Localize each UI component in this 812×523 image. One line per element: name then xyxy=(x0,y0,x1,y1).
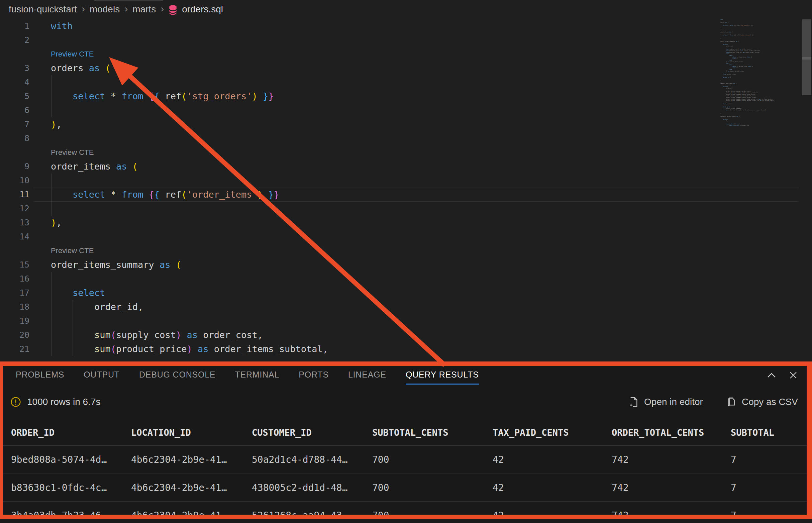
code-line-9[interactable]: 9order_items as ( xyxy=(0,160,812,174)
code-line-17[interactable]: 17 select xyxy=(0,286,812,300)
line-number: 4 xyxy=(0,75,30,89)
column-header-location_id[interactable]: LOCATION_ID xyxy=(131,427,252,438)
query-results-panel: PROBLEMSOUTPUTDEBUG CONSOLETERMINALPORTS… xyxy=(0,361,812,519)
code-line-20[interactable]: 20 sum(supply_cost) as order_cost, xyxy=(0,328,812,342)
code-line-15[interactable]: 15order_items_summary as ( xyxy=(0,258,812,272)
code-text: with xyxy=(51,19,73,33)
code-line-13[interactable]: 13), xyxy=(0,216,812,230)
code-text: sum(supply_cost) as order_cost, xyxy=(51,328,263,342)
close-icon[interactable] xyxy=(789,371,797,379)
table-cell: 7 xyxy=(731,454,807,465)
line-number: 13 xyxy=(0,216,30,230)
code-line-19[interactable]: 19 xyxy=(0,314,812,328)
code-line-6[interactable]: 6 xyxy=(0,103,812,118)
tab-debug-console[interactable]: DEBUG CONSOLE xyxy=(139,366,216,384)
column-header-order_id[interactable]: ORDER_ID xyxy=(11,427,131,438)
results-info-bar: 1000 rows in 6.7s Open in editor Copy as… xyxy=(3,384,807,419)
table-cell: 5261268c-aa94-43… xyxy=(252,510,372,519)
code-line-14[interactable]: 14 xyxy=(0,230,812,244)
column-header-subtotal[interactable]: SUBTOTAL xyxy=(731,427,807,438)
line-number: 11 xyxy=(0,187,30,202)
table-cell: 700 xyxy=(372,510,493,519)
minimap[interactable]: with orders as ( select * from {{ ref('s… xyxy=(720,19,792,126)
code-line-16[interactable]: 16 xyxy=(0,272,812,286)
code-text: ), xyxy=(51,216,62,230)
code-text: select xyxy=(51,286,105,300)
code-text: select * from {{ ref('stg_orders') }} xyxy=(51,89,274,103)
chevron-right-icon: › xyxy=(161,4,164,14)
table-cell: 700 xyxy=(372,482,493,493)
code-line-11[interactable]: 11 select * from {{ ref('order_items') }… xyxy=(0,187,812,202)
code-line-12[interactable]: 12 xyxy=(0,202,812,216)
copy-as-csv-button[interactable]: Copy as CSV xyxy=(726,397,798,407)
table-cell: 42 xyxy=(493,482,612,493)
code-text: ), xyxy=(51,118,62,131)
table-row[interactable]: 3b4a03db-7b23-46…4b6c2304-2b9e-41…526126… xyxy=(3,502,807,519)
breadcrumb-models[interactable]: models xyxy=(90,4,120,15)
line-number: 14 xyxy=(0,230,30,244)
column-header-customer_id[interactable]: CUSTOMER_ID xyxy=(252,427,372,438)
table-row[interactable]: 9bed808a-5074-4d…4b6c2304-2b9e-41…50a2d1… xyxy=(3,446,807,474)
tab-query-results[interactable]: QUERY RESULTS xyxy=(406,366,479,384)
codelens-row: Preview CTE xyxy=(0,145,812,160)
codelens-row: Preview CTE xyxy=(0,244,812,258)
vscode-window: { "colors":{"accent_orange":"#EB4B27","t… xyxy=(0,0,812,523)
code-line-2[interactable]: 2 xyxy=(0,33,812,47)
tab-terminal[interactable]: TERMINAL xyxy=(235,366,279,384)
column-header-subtotal_cents[interactable]: SUBTOTAL_CENTS xyxy=(372,427,493,438)
code-line-8[interactable]: 8 xyxy=(0,131,812,145)
chevron-right-icon: › xyxy=(124,4,128,14)
chevron-up-icon[interactable] xyxy=(767,373,776,378)
column-header-tax_paid_cents[interactable]: TAX_PAID_CENTS xyxy=(493,427,612,438)
preview-cte-link[interactable]: Preview CTE xyxy=(51,47,94,61)
breadcrumb-marts[interactable]: marts xyxy=(132,4,156,15)
preview-cte-link[interactable]: Preview CTE xyxy=(51,244,94,258)
indent-guide xyxy=(73,314,73,328)
database-model-icon xyxy=(168,5,177,15)
line-number: 21 xyxy=(0,342,30,356)
copy-icon xyxy=(726,397,736,407)
row-count-status: 1000 rows in 6.7s xyxy=(27,397,100,407)
table-row[interactable]: b83630c1-0fdc-4c…4b6c2304-2b9e-41…438005… xyxy=(3,474,807,502)
tab-lineage[interactable]: LINEAGE xyxy=(348,366,386,384)
table-cell: 4b6c2304-2b9e-41… xyxy=(131,482,252,493)
breadcrumb-file[interactable]: orders.sql xyxy=(182,4,223,15)
line-number: 19 xyxy=(0,314,30,328)
code-line-4[interactable]: 4 xyxy=(0,75,812,89)
tab-ports[interactable]: PORTS xyxy=(299,366,329,384)
code-line-5[interactable]: 5 select * from {{ ref('stg_orders') }} xyxy=(0,89,812,103)
results-table-header: ORDER_IDLOCATION_IDCUSTOMER_IDSUBTOTAL_C… xyxy=(3,419,807,446)
open-in-editor-button[interactable]: Open in editor xyxy=(629,397,703,407)
results-table-body: 9bed808a-5074-4d…4b6c2304-2b9e-41…50a2d1… xyxy=(3,446,807,519)
indent-guide xyxy=(51,103,52,118)
code-line-21[interactable]: 21 sum(product_price) as order_items_sub… xyxy=(0,342,812,356)
tab-output[interactable]: OUTPUT xyxy=(84,366,120,384)
line-number: 2 xyxy=(0,33,30,47)
chevron-right-icon: › xyxy=(82,4,85,14)
line-number: 8 xyxy=(0,131,30,145)
line-number: 18 xyxy=(0,300,30,314)
code-text: select * from {{ ref('order_items') }} xyxy=(51,187,279,202)
code-line-3[interactable]: 3orders as ( xyxy=(0,61,812,75)
code-text: orders as ( xyxy=(51,61,111,75)
indent-guide xyxy=(51,174,52,187)
code-editor: fusion-quickstart › models › marts › ord… xyxy=(0,0,812,361)
line-number: 10 xyxy=(0,174,30,187)
table-cell: 42 xyxy=(493,454,612,465)
column-header-order_total_cents[interactable]: ORDER_TOTAL_CENTS xyxy=(612,427,731,438)
line-number: 9 xyxy=(0,160,30,174)
breadcrumb-project[interactable]: fusion-quickstart xyxy=(9,4,77,15)
line-number: 15 xyxy=(0,258,30,272)
code-line-1[interactable]: 1with xyxy=(0,19,812,33)
line-number: 6 xyxy=(0,103,30,118)
table-cell: 7 xyxy=(731,510,807,519)
tab-problems[interactable]: PROBLEMS xyxy=(16,366,64,384)
preview-cte-link[interactable]: Preview CTE xyxy=(51,145,94,160)
scrollbar-thumb[interactable] xyxy=(802,19,811,95)
code-line-10[interactable]: 10 xyxy=(0,174,812,187)
line-number: 12 xyxy=(0,202,30,216)
table-cell: 438005c2-dd1d-48… xyxy=(252,482,372,493)
code-line-18[interactable]: 18 order_id, xyxy=(0,300,812,314)
table-cell: 9bed808a-5074-4d… xyxy=(11,454,131,465)
code-line-7[interactable]: 7), xyxy=(0,118,812,131)
